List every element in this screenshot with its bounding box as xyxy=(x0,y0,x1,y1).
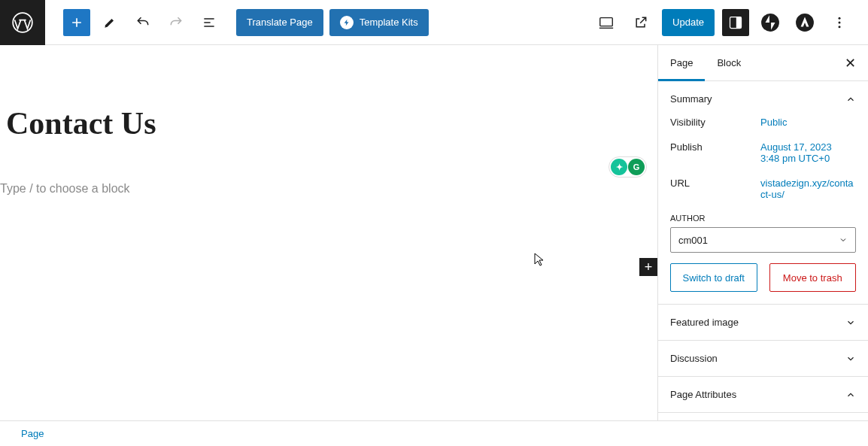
bottom-breadcrumb: Page xyxy=(0,420,868,446)
jetpack-icon[interactable] xyxy=(757,9,784,36)
panel-discussion-header[interactable]: Discussion xyxy=(658,341,868,376)
grammarly-icon[interactable]: G xyxy=(628,159,645,175)
block-placeholder[interactable]: Type / to choose a block xyxy=(0,182,657,196)
sidebar-tabs: Page Block ✕ xyxy=(658,45,868,81)
tab-block[interactable]: Block xyxy=(705,45,753,81)
breadcrumb-page[interactable]: Page xyxy=(21,428,44,439)
svg-rect-1 xyxy=(600,17,613,26)
main-area: Contact Us Type / to choose a block ✦ G … xyxy=(0,45,868,420)
panel-page-attributes: Page Attributes xyxy=(658,377,868,413)
publish-value[interactable]: August 17, 2023 3:48 pm UTC+0 xyxy=(760,141,856,164)
chevron-down-icon xyxy=(845,353,856,364)
author-select[interactable]: cm001 xyxy=(670,227,856,253)
svg-point-8 xyxy=(839,26,841,28)
panel-featured-image: Featured image xyxy=(658,305,868,341)
update-button[interactable]: Update xyxy=(662,9,715,36)
astra-icon[interactable] xyxy=(791,9,818,36)
panel-summary: Summary Visibility Public Publish August… xyxy=(658,81,868,305)
panel-featured-image-header[interactable]: Featured image xyxy=(658,305,868,340)
panel-summary-header[interactable]: Summary xyxy=(658,81,868,117)
panel-summary-body: Visibility Public Publish August 17, 202… xyxy=(658,117,868,304)
view-devices-button[interactable] xyxy=(593,9,620,36)
editor-canvas[interactable]: Contact Us Type / to choose a block ✦ G … xyxy=(0,45,657,420)
external-preview-button[interactable] xyxy=(627,9,654,36)
chevron-up-icon xyxy=(845,94,856,105)
template-kits-button[interactable]: Template Kits xyxy=(329,9,429,36)
more-options-button[interactable] xyxy=(826,9,853,36)
tab-page[interactable]: Page xyxy=(658,45,705,81)
toolbar-left: Translate Page Template Kits xyxy=(45,9,429,36)
page-title[interactable]: Contact Us xyxy=(6,105,657,141)
redo-button[interactable] xyxy=(162,9,190,36)
add-block-button[interactable] xyxy=(63,9,90,36)
bolt-icon xyxy=(340,16,354,29)
chevron-down-icon xyxy=(839,235,848,244)
visibility-label: Visibility xyxy=(670,117,760,128)
panel-page-attributes-header[interactable]: Page Attributes xyxy=(658,377,868,412)
inline-add-block-button[interactable]: + xyxy=(639,258,657,276)
panel-discussion: Discussion xyxy=(658,341,868,377)
document-overview-button[interactable] xyxy=(196,9,223,36)
url-value[interactable]: vistadezign.xyz/contact-us/ xyxy=(760,177,856,200)
publish-label: Publish xyxy=(670,141,760,164)
visibility-value[interactable]: Public xyxy=(760,117,856,128)
mouse-cursor-icon xyxy=(534,253,545,266)
settings-panel-toggle[interactable] xyxy=(722,9,749,36)
grammarly-badges: ✦ G xyxy=(609,156,647,177)
wordpress-logo[interactable] xyxy=(0,0,45,45)
top-toolbar: Translate Page Template Kits Update xyxy=(0,0,868,45)
shield-icon[interactable]: ✦ xyxy=(611,159,627,175)
svg-point-4 xyxy=(761,14,779,32)
author-label: AUTHOR xyxy=(670,214,856,223)
svg-point-7 xyxy=(839,21,841,23)
edit-mode-button[interactable] xyxy=(96,9,123,36)
move-to-trash-button[interactable]: Move to trash xyxy=(769,263,857,292)
svg-rect-3 xyxy=(736,17,742,28)
close-panel-button[interactable]: ✕ xyxy=(842,52,859,74)
settings-sidebar: Page Block ✕ Summary Visibility Public P… xyxy=(657,45,868,420)
chevron-down-icon xyxy=(845,317,856,328)
toolbar-right: Update xyxy=(593,9,868,36)
translate-page-button[interactable]: Translate Page xyxy=(236,9,323,36)
chevron-up-icon xyxy=(845,390,856,400)
svg-point-6 xyxy=(839,17,841,19)
undo-button[interactable] xyxy=(129,9,156,36)
switch-to-draft-button[interactable]: Switch to draft xyxy=(670,263,757,292)
url-label: URL xyxy=(670,177,760,200)
